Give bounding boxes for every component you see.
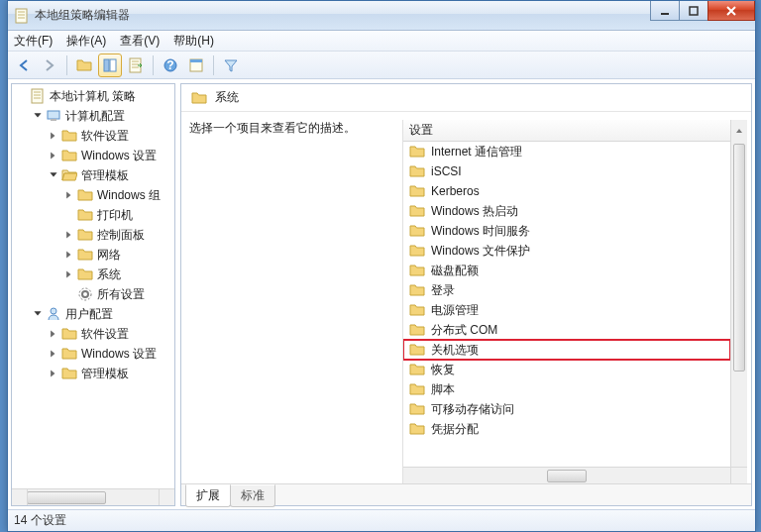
list-item[interactable]: 分布式 COM xyxy=(403,320,730,340)
tree-printers[interactable]: 打印机 xyxy=(12,205,174,225)
menubar: 文件(F) 操作(A) 查看(V) 帮助(H) xyxy=(8,31,755,52)
list-item[interactable]: Kerberos xyxy=(403,181,730,201)
folder-icon xyxy=(409,322,425,338)
folder-icon xyxy=(409,163,425,179)
folder-icon xyxy=(409,421,425,437)
tree-u-windows-settings[interactable]: Windows 设置 xyxy=(12,344,174,364)
list-item[interactable]: 磁盘配额 xyxy=(403,261,730,280)
toolbar: ? xyxy=(8,52,755,79)
folder-icon xyxy=(409,183,425,199)
tree-control-panel[interactable]: 控制面板 xyxy=(12,225,174,245)
folder-icon xyxy=(77,247,93,263)
svg-text:?: ? xyxy=(166,58,173,72)
export-button[interactable] xyxy=(124,53,148,77)
gear-icon xyxy=(77,286,93,302)
column-settings[interactable]: 设置 xyxy=(403,122,433,139)
back-button[interactable] xyxy=(12,53,36,77)
tree-all-settings[interactable]: 所有设置 xyxy=(12,284,174,304)
list-item[interactable]: 登录 xyxy=(403,280,730,300)
tree-system[interactable]: 系统 xyxy=(12,265,174,284)
computer-icon xyxy=(46,108,61,124)
tree-root[interactable]: 本地计算机 策略 xyxy=(12,86,174,106)
details-pane: 系统 选择一个项目来查看它的描述。 设置 Internet 通信管理iSCSIK… xyxy=(180,83,752,506)
folder-icon xyxy=(77,187,93,203)
list-item-label: Internet 通信管理 xyxy=(431,144,522,160)
list-item-label: Windows 文件保护 xyxy=(431,243,530,260)
folder-icon xyxy=(409,381,425,397)
properties-button[interactable] xyxy=(184,53,208,77)
description-text: 选择一个项目来查看它的描述。 xyxy=(189,120,402,483)
help-button[interactable]: ? xyxy=(159,53,182,77)
list-header[interactable]: 设置 xyxy=(403,120,747,142)
folder-icon xyxy=(77,207,93,223)
list-hscrollbar[interactable] xyxy=(403,467,730,483)
folder-icon xyxy=(409,144,425,160)
folder-icon xyxy=(409,401,425,417)
app-icon xyxy=(14,8,30,24)
titlebar[interactable]: 本地组策略编辑器 xyxy=(8,1,755,31)
tree-computer-config[interactable]: 计算机配置 xyxy=(12,106,174,126)
tree-u-software-settings[interactable]: 软件设置 xyxy=(12,324,174,344)
list-item[interactable]: 脚本 xyxy=(403,379,730,399)
svg-rect-16 xyxy=(190,59,202,62)
user-icon xyxy=(46,306,61,322)
list-vscrollbar[interactable] xyxy=(730,142,747,467)
menu-view[interactable]: 查看(V) xyxy=(120,33,160,50)
app-window: 本地组策略编辑器 文件(F) 操作(A) 查看(V) 帮助(H) ? xyxy=(7,0,756,532)
status-text: 14 个设置 xyxy=(14,512,66,529)
tree-software-settings[interactable]: 软件设置 xyxy=(12,126,174,146)
details-title: 系统 xyxy=(215,89,239,106)
folder-icon xyxy=(409,243,425,259)
up-button[interactable] xyxy=(72,53,96,77)
list-item[interactable]: 关机选项 xyxy=(403,340,730,360)
list-item[interactable]: Windows 文件保护 xyxy=(403,241,730,261)
list-item-label: iSCSI xyxy=(431,164,462,178)
forward-button[interactable] xyxy=(38,53,61,77)
folder-icon xyxy=(409,342,425,358)
folder-icon xyxy=(61,366,77,381)
svg-rect-12 xyxy=(110,59,116,71)
details-header: 系统 xyxy=(181,84,751,112)
list-item[interactable]: 凭据分配 xyxy=(403,419,730,439)
list-item[interactable]: 电源管理 xyxy=(403,300,730,320)
folder-icon xyxy=(409,302,425,318)
tab-standard[interactable]: 标准 xyxy=(230,484,275,507)
list-item-label: 磁盘配额 xyxy=(431,263,479,279)
list-item[interactable]: 可移动存储访问 xyxy=(403,399,730,419)
tree-u-admin-templates[interactable]: 管理模板 xyxy=(12,364,174,383)
list-item[interactable]: Windows 热启动 xyxy=(403,201,730,221)
list-item[interactable]: Internet 通信管理 xyxy=(403,142,730,161)
tree-network[interactable]: 网络 xyxy=(12,245,174,265)
maximize-button[interactable] xyxy=(679,1,708,21)
list-item-label: Windows 热启动 xyxy=(431,203,518,220)
tree-admin-templates[interactable]: 管理模板 xyxy=(12,165,174,185)
menu-help[interactable]: 帮助(H) xyxy=(173,33,214,50)
folder-icon xyxy=(409,223,425,239)
folder-icon xyxy=(61,148,77,163)
tree-pane: 本地计算机 策略 计算机配置 软件设置 Windows 设置 xyxy=(11,83,175,506)
folder-icon xyxy=(77,227,93,243)
tree-windows-components[interactable]: Windows 组 xyxy=(12,185,174,205)
folder-icon xyxy=(409,282,425,298)
list-item[interactable]: 恢复 xyxy=(403,360,730,379)
window-title: 本地组策略编辑器 xyxy=(35,7,130,24)
folder-icon xyxy=(61,128,77,144)
list-item-label: 可移动存储访问 xyxy=(431,401,514,418)
list-item[interactable]: Windows 时间服务 xyxy=(403,221,730,241)
show-tree-button[interactable] xyxy=(98,53,122,77)
list-item[interactable]: iSCSI xyxy=(403,161,730,181)
minimize-button[interactable] xyxy=(650,1,680,21)
close-button[interactable] xyxy=(707,1,755,21)
list-item-label: 登录 xyxy=(431,282,455,299)
menu-action[interactable]: 操作(A) xyxy=(66,33,106,50)
tree-windows-settings[interactable]: Windows 设置 xyxy=(12,146,174,165)
menu-file[interactable]: 文件(F) xyxy=(14,33,53,50)
folder-icon xyxy=(191,90,207,106)
tree-user-config[interactable]: 用户配置 xyxy=(12,304,174,324)
tree-hscrollbar[interactable] xyxy=(12,488,174,505)
list-item-label: Kerberos xyxy=(431,184,480,198)
folder-icon xyxy=(61,346,77,362)
tab-extended[interactable]: 扩展 xyxy=(185,484,231,507)
filter-button[interactable] xyxy=(219,53,243,77)
svg-rect-11 xyxy=(104,59,109,71)
